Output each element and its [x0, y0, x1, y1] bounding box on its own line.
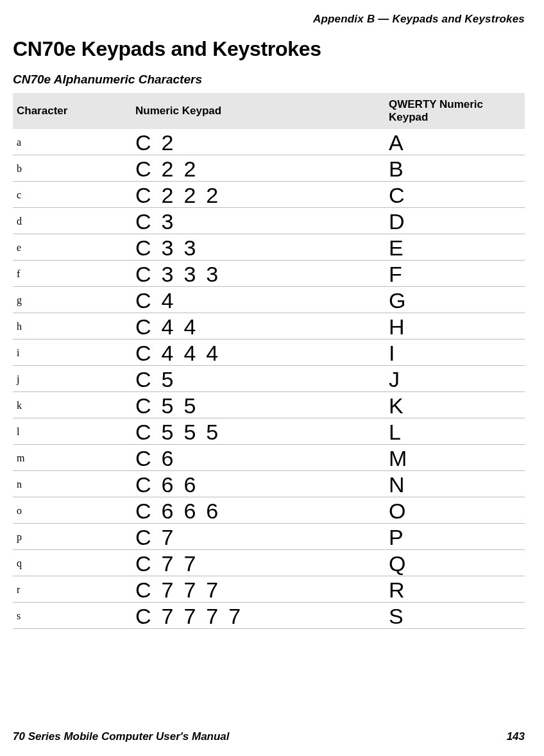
numeric-keypad-cell: C4: [132, 287, 385, 313]
key-sequence: B: [389, 157, 414, 181]
character-cell: r: [13, 576, 132, 603]
qwerty-keypad-cell: R: [385, 576, 525, 603]
numeric-keypad-cell: C55: [132, 392, 385, 418]
key-sequence: D: [389, 209, 415, 234]
key-sequence: C777: [135, 578, 228, 602]
character-cell: d: [13, 208, 132, 234]
table-row: gC4G: [13, 287, 525, 313]
key-sequence: I: [389, 341, 405, 365]
footer-page-number: 143: [507, 730, 525, 743]
page-footer: 70 Series Mobile Computer User's Manual …: [13, 730, 525, 743]
character-cell: m: [13, 445, 132, 471]
key-sequence: C333: [135, 262, 228, 286]
table-row: hC44H: [13, 313, 525, 339]
numeric-keypad-cell: C222: [132, 182, 385, 208]
table-header-row: Character Numeric Keypad QWERTY Numeric …: [13, 93, 525, 129]
numeric-keypad-cell: C333: [132, 261, 385, 287]
section-title: CN70e Keypads and Keystrokes: [13, 37, 525, 61]
subsection-title: CN70e Alphanumeric Characters: [13, 73, 525, 87]
key-sequence: C2: [135, 130, 183, 155]
character-cell: f: [13, 261, 132, 287]
key-sequence: C666: [135, 499, 228, 523]
table-row: oC666O: [13, 497, 525, 524]
qwerty-keypad-cell: I: [385, 339, 525, 366]
numeric-keypad-cell: C33: [132, 234, 385, 261]
key-sequence: K: [389, 393, 414, 418]
table-row: nC66N: [13, 471, 525, 497]
table-row: pC7P: [13, 524, 525, 550]
table-row: cC222C: [13, 182, 525, 208]
qwerty-keypad-cell: C: [385, 182, 525, 208]
table-row: eC33E: [13, 234, 525, 261]
key-sequence: N: [389, 472, 415, 497]
key-sequence: F: [389, 262, 412, 286]
key-sequence: S: [389, 604, 414, 628]
key-sequence: C4: [135, 288, 183, 313]
key-sequence: C77: [135, 551, 206, 576]
col-qwerty-numeric-keypad: QWERTY Numeric Keypad: [385, 93, 525, 129]
key-sequence: E: [389, 236, 414, 260]
key-sequence: C5: [135, 367, 183, 391]
key-sequence: P: [389, 525, 414, 549]
key-sequence: C7: [135, 525, 183, 549]
key-sequence: C222: [135, 183, 228, 207]
key-sequence: O: [389, 499, 416, 523]
key-sequence: C3: [135, 209, 183, 234]
numeric-keypad-cell: C66: [132, 471, 385, 497]
table-row: bC22B: [13, 155, 525, 182]
numeric-keypad-cell: C666: [132, 497, 385, 524]
table-row: fC333F: [13, 261, 525, 287]
running-head: Appendix B — Keypads and Keystrokes: [13, 13, 525, 26]
qwerty-keypad-cell: E: [385, 234, 525, 261]
character-cell: j: [13, 366, 132, 392]
character-cell: k: [13, 392, 132, 418]
key-sequence: C444: [135, 341, 228, 365]
key-sequence: C: [389, 183, 415, 207]
footer-manual-title: 70 Series Mobile Computer User's Manual: [13, 730, 230, 743]
table-row: aC2A: [13, 129, 525, 155]
qwerty-keypad-cell: P: [385, 524, 525, 550]
key-sequence: C6: [135, 446, 183, 470]
qwerty-keypad-cell: H: [385, 313, 525, 339]
character-cell: s: [13, 603, 132, 629]
qwerty-keypad-cell: Q: [385, 550, 525, 576]
qwerty-keypad-cell: A: [385, 129, 525, 155]
key-sequence: M: [389, 446, 417, 470]
numeric-keypad-cell: C44: [132, 313, 385, 339]
numeric-keypad-cell: C777: [132, 576, 385, 603]
qwerty-keypad-cell: G: [385, 287, 525, 313]
numeric-keypad-cell: C7777: [132, 603, 385, 629]
key-sequence: C7777: [135, 604, 251, 628]
key-sequence: G: [389, 288, 416, 313]
key-sequence: C55: [135, 393, 206, 418]
key-sequence: C66: [135, 472, 206, 497]
character-cell: n: [13, 471, 132, 497]
table-row: iC444I: [13, 339, 525, 366]
character-cell: g: [13, 287, 132, 313]
qwerty-keypad-cell: D: [385, 208, 525, 234]
qwerty-keypad-cell: J: [385, 366, 525, 392]
key-sequence: L: [389, 420, 411, 444]
qwerty-keypad-cell: L: [385, 418, 525, 445]
table-row: dC3D: [13, 208, 525, 234]
numeric-keypad-cell: C7: [132, 524, 385, 550]
qwerty-keypad-cell: M: [385, 445, 525, 471]
table-row: mC6M: [13, 445, 525, 471]
character-cell: l: [13, 418, 132, 445]
table-row: sC7777S: [13, 603, 525, 629]
table-row: rC777R: [13, 576, 525, 603]
key-sequence: C555: [135, 420, 228, 444]
character-cell: h: [13, 313, 132, 339]
table-row: qC77Q: [13, 550, 525, 576]
numeric-keypad-cell: C6: [132, 445, 385, 471]
qwerty-keypad-cell: K: [385, 392, 525, 418]
col-character: Character: [13, 93, 132, 129]
col-numeric-keypad: Numeric Keypad: [132, 93, 385, 129]
numeric-keypad-cell: C444: [132, 339, 385, 366]
character-cell: b: [13, 155, 132, 182]
key-sequence: J: [389, 367, 410, 391]
character-cell: o: [13, 497, 132, 524]
key-sequence: C33: [135, 236, 206, 260]
key-sequence: Q: [389, 551, 416, 576]
numeric-keypad-cell: C22: [132, 155, 385, 182]
